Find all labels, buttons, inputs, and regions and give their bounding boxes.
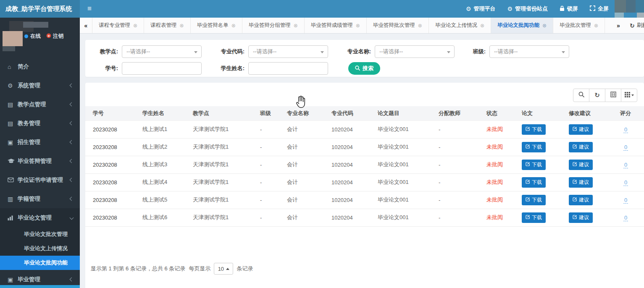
book-icon: ▥	[8, 196, 18, 202]
col-header-assigned-teacher: 分配教师	[431, 106, 479, 120]
edit-icon	[526, 144, 530, 150]
sidebar-item-teaching-site-management[interactable]: ▤ 教学点管理	[0, 95, 80, 114]
lock-screen-button[interactable]: 锁屏	[554, 0, 584, 18]
major-name-select[interactable]: --请选择--	[375, 45, 455, 58]
teaching-site-select[interactable]: --请选择--	[122, 45, 202, 58]
download-thesis-button[interactable]: 下载	[522, 212, 546, 223]
app-title: 成教_助学平台管理系统	[0, 0, 80, 18]
home-icon: ⌂	[8, 63, 18, 70]
download-thesis-button[interactable]: 下载	[522, 177, 546, 188]
gear-icon: ⚙	[507, 5, 513, 12]
sidebar-item-degree-certificate-management[interactable]: 学位证书申请管理	[0, 170, 80, 189]
toggle-view-icon	[610, 92, 616, 99]
sidebar-bottom-strip	[0, 285, 80, 288]
download-thesis-button[interactable]: 下载	[522, 142, 546, 152]
sidebar-subitem-thesis-review-function[interactable]: 毕业论文批阅功能	[0, 256, 80, 270]
table-columns-button[interactable]	[621, 89, 637, 102]
edit-icon	[526, 126, 530, 132]
tab-defense-score-management[interactable]: 毕业答辩成绩管理 ⊗	[305, 18, 367, 33]
suggest-button[interactable]: 建议	[569, 124, 593, 135]
sidebar-subitem-thesis-batch-management[interactable]: 毕业论文批次管理	[0, 227, 80, 241]
chevron-left-icon	[70, 102, 74, 107]
major-name-label: 专业名称:	[341, 48, 371, 55]
close-icon[interactable]: ⊗	[356, 23, 360, 29]
student-name-input[interactable]	[248, 62, 328, 75]
edit-icon	[526, 162, 530, 168]
close-icon[interactable]: ⊗	[133, 23, 137, 29]
close-icon[interactable]: ⊗	[294, 23, 298, 29]
score-link[interactable]: 0	[623, 179, 628, 186]
tabs-scroll-right-button[interactable]: »	[611, 22, 626, 29]
edit-icon	[573, 197, 577, 203]
tab-defense-grouping-management[interactable]: 毕业答辩分组管理 ⊗	[242, 18, 305, 33]
table-row: 20230208 线上测试6 天津测试学院1 - 会计 1020204 毕业论文…	[85, 209, 644, 226]
edit-icon	[526, 197, 530, 203]
table-toggle-view-button[interactable]	[605, 89, 621, 102]
student-no-label: 学号:	[92, 65, 118, 72]
page-size-select[interactable]: 10	[214, 263, 233, 275]
download-thesis-button[interactable]: 下载	[522, 195, 546, 205]
manage-platform-button[interactable]: ⚙ 管理平台	[460, 0, 502, 18]
download-thesis-button[interactable]: 下载	[522, 124, 546, 135]
censored-user-avatar[interactable]	[615, 0, 644, 18]
refresh-tab-button[interactable]: ↻ 刷新	[626, 22, 644, 29]
table-search-button[interactable]	[573, 89, 589, 102]
student-no-input[interactable]	[122, 62, 202, 75]
sidebar-item-defense-management[interactable]: 毕业答辩管理	[0, 152, 80, 170]
sidebar-item-academic-management[interactable]: ▤ 教务管理	[0, 114, 80, 133]
class-select[interactable]: --请选择--	[489, 45, 569, 58]
class-label: 班级:	[467, 48, 486, 55]
suggest-button[interactable]: 建议	[569, 142, 593, 152]
sidebar-item-intro[interactable]: ⌂ 简介	[0, 57, 80, 76]
sidebar-item-student-status-management[interactable]: ▥ 学籍管理	[0, 189, 80, 208]
fullscreen-icon	[590, 5, 595, 12]
pagination-bar: 显示第 1 到第 6 条记录，总共 6 条记录 每页显示 10 条记录	[91, 263, 253, 275]
tab-course-major-management[interactable]: 课程专业管理 ⊗	[92, 18, 144, 33]
search-button[interactable]: 搜索	[348, 62, 380, 75]
sidebar-menu: ⌂ 简介 ⚙ 系统管理 ▤ 教学点管理 ▤ 教务管理 ▣ 招生管理 毕业答辩管理	[0, 57, 80, 288]
sidebar-item-system-management[interactable]: ⚙ 系统管理	[0, 76, 80, 95]
suggest-button[interactable]: 建议	[569, 177, 593, 188]
tabs-scroll-left-button[interactable]: «	[80, 18, 92, 33]
major-code-select[interactable]: --请选择--	[248, 45, 328, 58]
tab-defense-batch-management[interactable]: 毕业答辩批次管理 ⊗	[367, 18, 429, 33]
bar-chart-icon	[8, 215, 18, 220]
suggest-button[interactable]: 建议	[569, 160, 593, 170]
close-icon[interactable]: ⊗	[180, 23, 184, 29]
tab-graduation-batch-management[interactable]: 毕业批次管理 ⊗	[553, 18, 605, 33]
search-icon	[355, 65, 360, 72]
close-icon[interactable]: ⊗	[418, 23, 422, 29]
close-icon[interactable]: ⊗	[480, 23, 484, 29]
suggest-button[interactable]: 建议	[569, 212, 593, 223]
censored-username	[23, 22, 48, 28]
suggest-button[interactable]: 建议	[569, 195, 593, 205]
score-link[interactable]: 0	[623, 126, 628, 133]
close-icon[interactable]: ⊗	[231, 23, 236, 29]
tab-thesis-upload-status[interactable]: 毕业论文上传情况 ⊗	[429, 18, 491, 33]
close-icon[interactable]: ⊗	[542, 23, 547, 29]
col-header-major-name: 专业名称	[279, 106, 324, 120]
manage-province-sites-button[interactable]: ⚙ 管理省份站点	[501, 0, 554, 18]
sidebar-toggle-button[interactable]: ≡	[80, 0, 99, 18]
sidebar: 在线 注销 ⌂ 简介 ⚙ 系统管理 ▤ 教学点管理 ▤ 教务管理 ▣	[0, 18, 80, 288]
sidebar-item-thesis-management[interactable]: 毕业论文管理	[0, 208, 80, 227]
logout-link[interactable]: 注销	[46, 33, 63, 40]
score-link[interactable]: 0	[623, 215, 628, 221]
close-icon[interactable]: ⊗	[594, 23, 598, 29]
tab-thesis-review-function[interactable]: 毕业论文批阅功能 ⊗	[491, 18, 553, 33]
sidebar-subitem-thesis-upload-status[interactable]: 毕业论文上传情况	[0, 241, 80, 256]
score-link[interactable]: 0	[623, 197, 628, 204]
col-header-status: 状态	[479, 106, 514, 120]
tab-timetable-management[interactable]: 课程表管理 ⊗	[144, 18, 191, 33]
score-link[interactable]: 0	[623, 144, 628, 151]
censored-avatar-photo	[3, 31, 23, 46]
table-refresh-button[interactable]: ↻	[589, 89, 605, 102]
sidebar-item-enrollment-management[interactable]: ▣ 招生管理	[0, 133, 80, 152]
tab-defense-roster[interactable]: 毕业答辩名单 ⊗	[191, 18, 242, 33]
fullscreen-button[interactable]: 全屏	[584, 0, 615, 18]
filter-panel: 教学点: --请选择-- 专业代码: --请选择-- 专业名称: --请选择--…	[85, 40, 644, 77]
download-thesis-button[interactable]: 下载	[522, 160, 546, 170]
score-link[interactable]: 0	[623, 162, 628, 168]
chevron-left-icon	[70, 159, 74, 163]
status-badge: 未批阅	[479, 138, 514, 156]
